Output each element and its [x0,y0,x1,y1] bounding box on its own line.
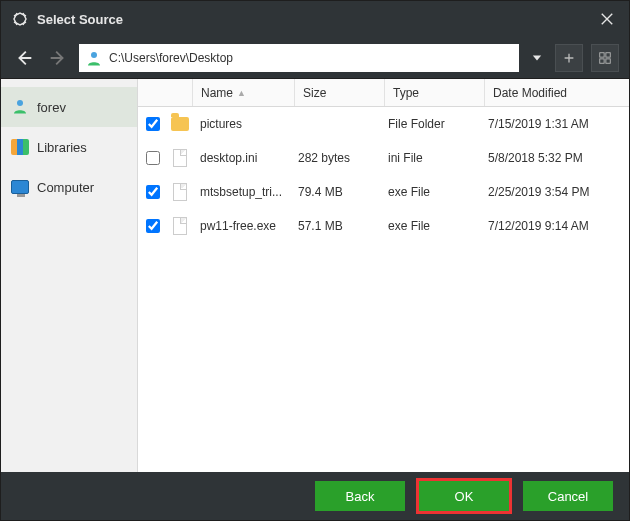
svg-rect-1 [600,52,604,56]
file-name: mtsbsetup_tri... [192,185,290,199]
dialog-footer: Back OK Cancel [1,472,629,520]
file-name: pw11-free.exe [192,219,290,233]
column-header-date[interactable]: Date Modified [484,79,629,106]
file-size: 79.4 MB [290,185,380,199]
file-icon [173,183,187,201]
folder-icon [171,117,189,131]
user-icon [11,97,29,118]
svg-rect-2 [606,52,610,56]
file-type: exe File [380,219,480,233]
libraries-icon [11,139,29,155]
file-icon [173,217,187,235]
file-date: 7/15/2019 1:31 AM [480,117,625,131]
file-type: File Folder [380,117,480,131]
ok-button[interactable]: OK [419,481,509,511]
file-checkbox[interactable] [146,117,160,131]
user-folder-icon [85,49,103,67]
file-name: pictures [192,117,290,131]
app-icon [11,10,29,28]
sidebar-item-userfolder[interactable]: forev [1,87,137,127]
file-checkbox[interactable] [146,151,160,165]
svg-point-0 [91,52,97,58]
column-header-size[interactable]: Size [294,79,384,106]
new-folder-button[interactable] [555,44,583,72]
file-row[interactable]: picturesFile Folder7/15/2019 1:31 AM [138,107,629,141]
file-checkbox[interactable] [146,185,160,199]
sort-indicator-icon: ▲ [237,88,246,98]
file-row[interactable]: pw11-free.exe57.1 MBexe File7/12/2019 9:… [138,209,629,243]
column-header-name[interactable]: Name▲ [192,79,294,106]
file-row[interactable]: mtsbsetup_tri...79.4 MBexe File2/25/2019… [138,175,629,209]
window-title: Select Source [37,12,123,27]
close-button[interactable] [595,7,619,31]
navigation-toolbar: C:\Users\forev\Desktop [1,37,629,79]
file-size: 282 bytes [290,151,380,165]
svg-point-5 [17,100,23,106]
file-row[interactable]: desktop.ini282 bytesini File5/8/2018 5:3… [138,141,629,175]
file-type: exe File [380,185,480,199]
path-text: C:\Users\forev\Desktop [109,51,233,65]
svg-rect-3 [600,58,604,62]
sidebar-item-label: forev [37,100,66,115]
forward-arrow[interactable] [45,45,71,71]
dialog-body: forev Libraries Computer Name▲ Size [1,79,629,472]
svg-rect-4 [606,58,610,62]
computer-icon [11,180,29,194]
file-icon [173,149,187,167]
column-header-type[interactable]: Type [384,79,484,106]
titlebar: Select Source [1,1,629,37]
file-date: 2/25/2019 3:54 PM [480,185,625,199]
sidebar-item-libraries[interactable]: Libraries [1,127,137,167]
file-panel: Name▲ Size Type Date Modified picturesFi… [138,79,629,472]
file-name: desktop.ini [192,151,290,165]
file-size: 57.1 MB [290,219,380,233]
view-toggle-button[interactable] [591,44,619,72]
location-sidebar: forev Libraries Computer [1,79,138,472]
cancel-button[interactable]: Cancel [523,481,613,511]
path-box[interactable]: C:\Users\forev\Desktop [79,44,519,72]
file-date: 5/8/2018 5:32 PM [480,151,625,165]
sidebar-item-label: Computer [37,180,94,195]
file-list[interactable]: picturesFile Folder7/15/2019 1:31 AMdesk… [138,107,629,472]
sidebar-item-computer[interactable]: Computer [1,167,137,207]
file-date: 7/12/2019 9:14 AM [480,219,625,233]
back-button[interactable]: Back [315,481,405,511]
path-dropdown[interactable] [527,44,547,72]
dialog-window: Select Source C:\Users\forev\Desktop [0,0,630,521]
sidebar-item-label: Libraries [37,140,87,155]
file-list-header: Name▲ Size Type Date Modified [138,79,629,107]
file-type: ini File [380,151,480,165]
file-checkbox[interactable] [146,219,160,233]
back-arrow[interactable] [11,45,37,71]
